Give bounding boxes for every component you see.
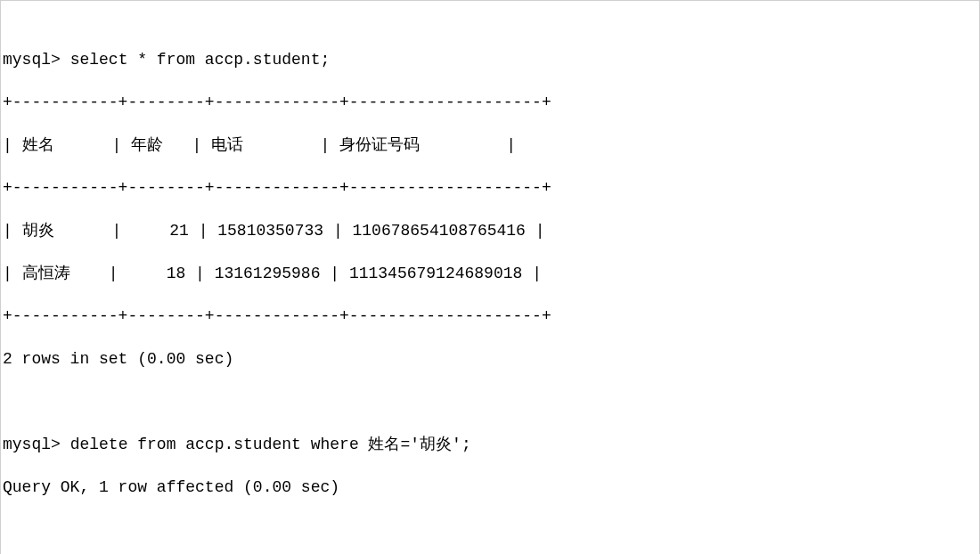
command-select-1: select * from accp.student; — [70, 51, 331, 69]
table-border: +-----------+--------+-------------+----… — [3, 177, 977, 199]
cell-age: 18 — [167, 263, 186, 284]
mysql-terminal[interactable]: mysql> select * from accp.student; +----… — [0, 0, 980, 554]
prompt: mysql> — [3, 51, 70, 69]
header-age: 年龄 — [131, 134, 163, 156]
cell-name: 胡炎 — [22, 220, 54, 241]
cell-id: 111345679124689018 — [349, 263, 522, 284]
cell-id: 110678654108765416 — [352, 220, 525, 241]
cell-name: 高恒涛 — [22, 263, 70, 284]
header-name: 姓名 — [22, 134, 54, 156]
command-line: mysql> select * from accp.student; — [3, 49, 977, 70]
header-phone: 电话 — [211, 134, 243, 156]
result-footer: 2 rows in set (0.00 sec) — [3, 348, 977, 370]
query-ok: Query OK, 1 row affected (0.00 sec) — [3, 477, 977, 498]
blank-line — [3, 391, 977, 412]
prompt: mysql> — [3, 436, 70, 453]
command-line: mysql> delete from accp.student where 姓名… — [3, 434, 977, 455]
table-row: | 高恒涛 | 18 | 13161295986 | 1113456791246… — [3, 263, 977, 284]
table-row: | 胡炎 | 21 | 15810350733 | 11067865410876… — [3, 220, 977, 241]
blank-line — [3, 519, 977, 541]
table-header-row: | 姓名 | 年龄 | 电话 | 身份证号码 | — [3, 134, 977, 156]
header-id: 身份证号码 — [339, 134, 420, 156]
table-border: +-----------+--------+-------------+----… — [3, 92, 977, 113]
command-delete: delete from accp.student where 姓名='胡炎'; — [70, 436, 471, 453]
cell-phone: 13161295986 — [215, 263, 321, 284]
cell-age: 21 — [169, 220, 189, 241]
table-border: +-----------+--------+-------------+----… — [3, 306, 977, 327]
cell-phone: 15810350733 — [217, 220, 323, 241]
col-name-header: | — [3, 134, 22, 156]
